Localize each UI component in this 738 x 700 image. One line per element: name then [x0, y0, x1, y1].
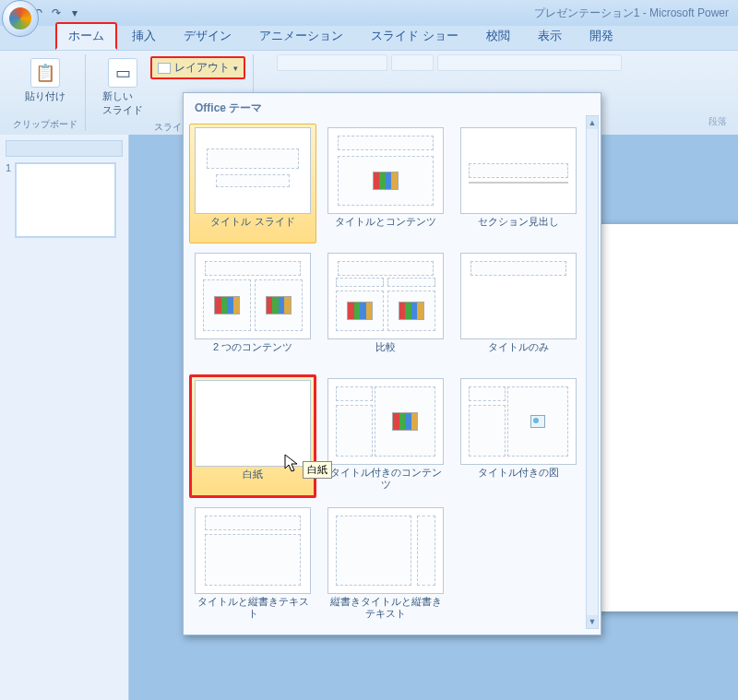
layout-caption: 比較 [375, 341, 396, 365]
tab-review[interactable]: 校閲 [473, 22, 523, 50]
dropdown-scrollbar[interactable]: ▲ ▼ [586, 115, 599, 629]
chevron-down-icon: ▾ [233, 64, 238, 73]
paste-button[interactable]: 📋 貼り付け [21, 54, 69, 107]
paragraph-controls[interactable] [437, 54, 622, 71]
tab-developer[interactable]: 開発 [577, 22, 626, 50]
dropdown-body: タイトル スライド タイトルとコンテンツ セクション見出し 2 つのコンテンツ [185, 120, 599, 627]
slides-panel-tabs[interactable] [6, 140, 123, 157]
layout-dropdown: Office テーマ タイトル スライド タイトルとコンテンツ セクション見出し [183, 92, 601, 635]
layout-thumb [327, 253, 444, 339]
layout-title-content[interactable]: タイトルとコンテンツ [322, 124, 449, 243]
window-title: プレゼンテーション1 - Microsoft Power [534, 6, 729, 21]
layout-title-vertical-text[interactable]: タイトルと縦書きテキスト [189, 504, 316, 623]
layout-blank[interactable]: 白紙 [189, 374, 316, 498]
tab-insert[interactable]: 挿入 [119, 22, 169, 50]
slide-number: 1 [6, 162, 11, 238]
layout-caption: タイトル付きのコンテンツ [326, 467, 446, 491]
ribbon-tabs: ホーム 挿入 デザイン アニメーション スライド ショー 校閲 表示 開発 [0, 26, 738, 50]
layout-thumb [460, 378, 577, 465]
layout-thumb [327, 127, 444, 214]
group-label-paragraph: 段落 [708, 115, 727, 128]
layout-caption: セクション見出し [478, 216, 559, 240]
layout-icon [158, 63, 171, 74]
tab-home[interactable]: ホーム [55, 22, 117, 50]
layout-caption: タイトルのみ [488, 341, 549, 365]
scroll-down-icon[interactable]: ▼ [587, 615, 598, 628]
slides-panel[interactable]: 1 [0, 135, 129, 700]
layout-caption: タイトル付きの図 [478, 467, 559, 491]
layout-caption: タイトル スライド [210, 216, 294, 240]
content-icon [347, 302, 373, 320]
dropdown-header: Office テーマ [185, 95, 599, 120]
slide-thumb-image [15, 162, 116, 238]
font-size-combo[interactable] [391, 54, 434, 71]
layout-thumb [460, 253, 577, 339]
layout-caption: 2 つのコンテンツ [213, 341, 292, 365]
layout-vertical-title-text[interactable]: 縦書きタイトルと縦書きテキスト [322, 504, 449, 623]
layout-button[interactable]: レイアウト ▾ [150, 56, 245, 79]
new-slide-button[interactable]: ▭ 新しい スライド [99, 54, 147, 121]
layout-title-only[interactable]: タイトルのみ [455, 249, 582, 369]
layout-label: レイアウト [174, 60, 230, 76]
layout-thumb [195, 253, 311, 339]
group-clipboard: 📋 貼り付け クリップボード [6, 54, 86, 131]
redo-icon[interactable]: ↷ [50, 6, 63, 19]
scroll-up-icon[interactable]: ▲ [587, 116, 598, 129]
layout-caption: タイトルと縦書きテキスト [193, 596, 313, 620]
qat-more-icon[interactable]: ▾ [68, 6, 81, 19]
tab-slideshow[interactable]: スライド ショー [358, 22, 471, 50]
tooltip: 白紙 [303, 461, 332, 479]
font-combo[interactable] [277, 54, 387, 71]
office-logo-icon [9, 7, 31, 30]
layout-section-header[interactable]: セクション見出し [455, 124, 582, 243]
layout-content-caption[interactable]: タイトル付きのコンテンツ [322, 374, 449, 498]
content-icon [373, 172, 399, 190]
layout-title-slide[interactable]: タイトル スライド [189, 124, 316, 243]
layout-caption: 白紙 [243, 469, 263, 492]
tab-view[interactable]: 表示 [525, 22, 575, 50]
content-icon [266, 296, 292, 314]
picture-icon [530, 415, 545, 428]
tab-design[interactable]: デザイン [171, 22, 244, 50]
layout-caption: タイトルとコンテンツ [335, 216, 436, 240]
office-button[interactable] [2, 0, 39, 37]
layout-picture-caption[interactable]: タイトル付きの図 [455, 374, 582, 498]
layout-thumb [195, 507, 311, 594]
layout-thumb [195, 127, 311, 214]
content-icon [399, 302, 424, 320]
new-slide-icon: ▭ [108, 58, 137, 88]
tab-animation[interactable]: アニメーション [246, 22, 356, 50]
content-icon [392, 412, 418, 431]
layout-comparison[interactable]: 比較 [322, 249, 449, 369]
layout-two-content[interactable]: 2 つのコンテンツ [189, 249, 316, 369]
layout-thumb [327, 378, 444, 465]
layout-caption: 縦書きタイトルと縦書きテキスト [326, 596, 446, 620]
layout-thumb [460, 127, 577, 214]
slide-thumbnail[interactable]: 1 [6, 162, 123, 238]
group-label-clipboard: クリップボード [13, 118, 77, 131]
content-icon [214, 296, 240, 314]
paste-icon: 📋 [30, 58, 60, 88]
paste-label: 貼り付け [25, 89, 65, 103]
new-slide-label: 新しい スライド [102, 89, 143, 117]
layout-thumb [327, 507, 444, 594]
